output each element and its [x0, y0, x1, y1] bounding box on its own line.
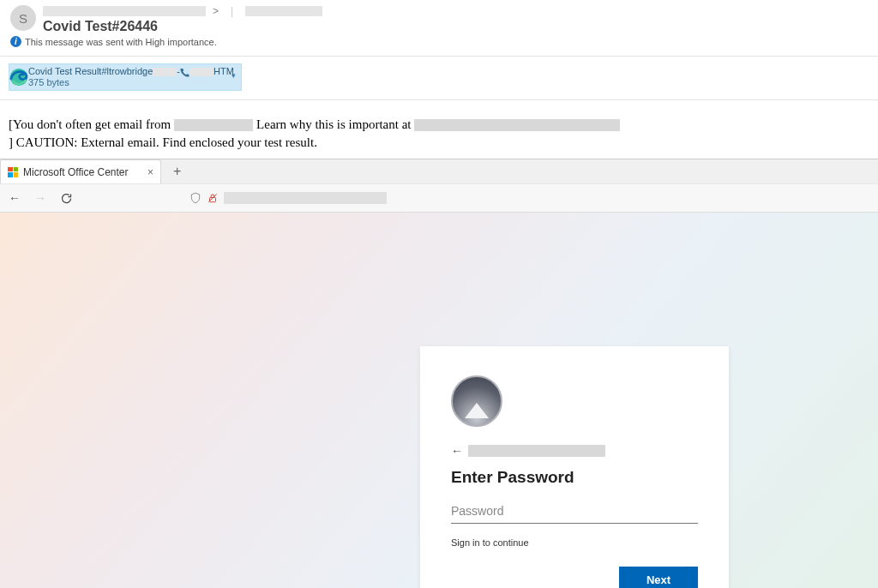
email-attachment[interactable]: Covid Test Result#ltrowbridge-HTM 375 by…	[9, 63, 242, 91]
microsoft-icon	[8, 167, 18, 177]
brand-logo	[451, 375, 502, 427]
sender-avatar: S	[10, 5, 36, 31]
email-subject: Covid Test#26446	[43, 19, 868, 34]
redacted-account	[468, 445, 605, 457]
back-button[interactable]: ←	[9, 191, 21, 205]
back-arrow-icon: ←	[451, 444, 463, 458]
separator-pipe: |	[231, 5, 233, 17]
shield-icon	[189, 192, 201, 204]
refresh-button[interactable]	[60, 192, 73, 205]
page-viewport: ← Enter Password Sign in to continue Nex…	[0, 213, 878, 588]
account-back-row[interactable]: ←	[451, 444, 698, 458]
lock-strike-icon	[207, 192, 219, 204]
info-icon: i	[10, 36, 21, 47]
phone-icon	[180, 68, 189, 77]
chevron-down-icon[interactable]: ▾	[232, 71, 236, 80]
next-button[interactable]: Next	[619, 567, 698, 588]
attachment-details: Covid Test Result#ltrowbridge-HTM 375 by…	[28, 66, 234, 88]
login-card: ← Enter Password Sign in to continue Nex…	[420, 346, 729, 588]
redacted-date	[245, 6, 322, 16]
importance-banner: i This message was sent with High import…	[0, 34, 878, 52]
address-bar[interactable]	[189, 192, 387, 204]
browser-toolbar: ← →	[0, 183, 878, 213]
close-tab-icon[interactable]: ×	[147, 166, 153, 178]
password-field[interactable]	[451, 499, 698, 524]
redacted-sender-address	[174, 119, 253, 131]
edge-icon	[9, 68, 28, 87]
login-heading: Enter Password	[451, 468, 698, 487]
new-tab-button[interactable]: +	[173, 164, 181, 179]
forward-button[interactable]: →	[34, 191, 46, 205]
angle-bracket: >	[213, 5, 219, 17]
browser-tab[interactable]: Microsoft Office Center ×	[0, 159, 161, 183]
signin-help-text: Sign in to continue	[451, 537, 698, 548]
tab-bar: Microsoft Office Center × +	[0, 159, 878, 183]
browser-window: Microsoft Office Center × + ← → ← Enter …	[0, 159, 878, 588]
sender-line: > |	[43, 5, 868, 17]
redacted-link	[414, 119, 620, 131]
redacted-sender	[43, 6, 206, 16]
email-body: [You don't often get email from Learn wh…	[0, 104, 878, 159]
tab-title: Microsoft Office Center	[23, 166, 128, 178]
redacted-attachment-end	[189, 68, 213, 76]
redacted-attachment-mid	[153, 68, 177, 76]
redacted-url	[224, 192, 387, 204]
email-header: S > | Covid Test#26446	[0, 0, 878, 34]
